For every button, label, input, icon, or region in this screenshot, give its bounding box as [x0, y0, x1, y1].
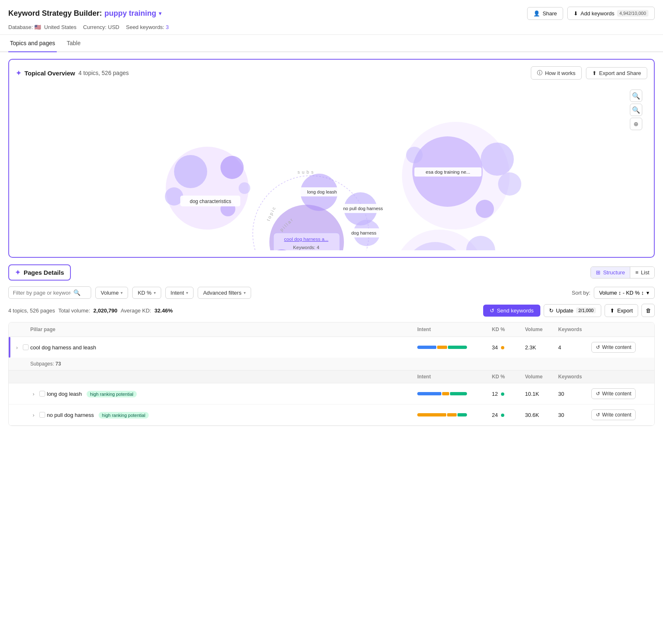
th-intent: Intent — [417, 327, 492, 332]
esa-satellite-4 — [406, 147, 423, 163]
topical-overview-header: ✦ Topical Overview 4 topics, 526 pages ⓘ… — [16, 66, 647, 80]
expand-icon[interactable]: › — [30, 412, 37, 418]
zoom-out-button[interactable]: 🔍 — [630, 104, 642, 116]
intent-cell — [417, 346, 492, 349]
title-chevron-icon[interactable]: ▾ — [159, 10, 162, 17]
intent-seg-blue — [417, 392, 441, 395]
volume-cell: 2.3K — [525, 344, 558, 351]
pillar-indicator — [9, 337, 10, 358]
topical-overview-card: ✦ Topical Overview 4 topics, 526 pages ⓘ… — [8, 59, 655, 258]
kd-cell: 34 — [492, 344, 525, 351]
esa-satellite-2 — [498, 172, 521, 196]
search-input[interactable] — [13, 290, 71, 296]
sub-kd-cell: 12 — [492, 391, 525, 397]
table-row: › cool dog harness and leash 34 2.3K 4 — [9, 337, 654, 358]
advanced-filters-button[interactable]: Advanced filters ▾ — [198, 287, 251, 299]
send-keywords-button[interactable]: ↺ Send keywords — [483, 305, 540, 317]
pages-details-title: ✦ Pages Details — [8, 264, 71, 281]
page-header: Keyword Strategy Builder: puppy training… — [0, 0, 663, 35]
pages-sparkle-icon: ✦ — [15, 269, 20, 276]
title-keyword: puppy training — [104, 9, 156, 18]
summary-volume-label: Total volume: — [58, 307, 90, 314]
esa-satellite-1 — [481, 143, 514, 176]
sub-row-no-pull: › no pull dog harness high ranking poten… — [9, 404, 654, 426]
long-dog-leash-label: long dog leash — [307, 189, 337, 194]
structure-view-button[interactable]: ⊞ Structure — [591, 267, 630, 278]
fit-button[interactable]: ⊕ — [630, 118, 642, 130]
topical-overview-actions: ⓘ How it works ⬆ Export and Share — [531, 66, 647, 80]
title-prefix: Keyword Strategy Builder: — [8, 9, 102, 18]
no-pull-label: no pull dog harness — [343, 206, 383, 211]
high-ranking-tag: high ranking potential — [87, 391, 137, 397]
bubble-1e — [239, 182, 250, 194]
summary-topics: 4 topics, 526 pages — [8, 307, 55, 314]
zoom-in-icon: 🔍 — [632, 92, 640, 100]
filter-row: 🔍 Volume ▾ KD % ▾ Intent ▾ Advanced filt… — [8, 286, 655, 299]
topical-overview-subtitle: 4 topics, 526 pages — [78, 70, 128, 76]
tab-table[interactable]: Table — [65, 35, 82, 52]
dog-char-label: dog characteristics — [190, 199, 231, 204]
intent-seg-green — [450, 392, 467, 395]
download-icon: ⬇ — [573, 10, 578, 17]
sub-volume-cell: 30.6K — [525, 412, 558, 418]
intent-seg-green — [448, 346, 467, 349]
sub-action-cell: ↺ Write content — [591, 409, 649, 420]
kd-dot — [501, 346, 504, 349]
how-it-works-button[interactable]: ⓘ How it works — [531, 66, 582, 80]
bubble-chart: 🔍 🔍 ⊕ dog characteristics — [16, 85, 647, 250]
sub-intent-cell — [417, 413, 492, 416]
volume-filter-button[interactable]: Volume ▾ — [95, 287, 128, 299]
subs-annotation: s u b s — [298, 169, 314, 174]
expand-icon[interactable]: › — [30, 390, 37, 397]
seed-keywords-value[interactable]: 3 — [166, 24, 169, 30]
currency-label: Currency: USD — [83, 24, 119, 30]
tab-topics-pages[interactable]: Topics and pages — [8, 35, 57, 52]
add-keywords-button[interactable]: ⬇ Add keywords 4,942/10,000 — [567, 7, 655, 20]
intent-seg-yellow — [417, 413, 446, 416]
trash-icon: 🗑 — [646, 307, 651, 314]
export-share-button[interactable]: ⬆ Export and Share — [586, 67, 647, 79]
zoom-out-icon: 🔍 — [632, 106, 640, 114]
cool-dog-harness-label: cool dog harness a... — [284, 237, 329, 242]
sub-intent-cell — [417, 392, 492, 395]
esa-label: esa dog training ne... — [426, 169, 470, 174]
search-box[interactable]: 🔍 — [8, 286, 91, 299]
sub-row-name: no pull dog harness high ranking potenti… — [47, 412, 417, 418]
write-content-button[interactable]: ↺ Write content — [591, 388, 636, 399]
intent-seg-yellow — [442, 392, 449, 395]
high-ranking-tag: high ranking potential — [99, 412, 149, 419]
row-checkbox[interactable] — [23, 344, 29, 350]
summary-kd-value: 32.46% — [155, 307, 173, 314]
th-pillar-page: Pillar page — [30, 327, 417, 332]
database-label: Database: 🇺🇸 United States — [8, 24, 77, 30]
expand-icon[interactable]: › — [14, 344, 20, 351]
trash-button[interactable]: 🗑 — [641, 304, 655, 317]
write-content-button[interactable]: ↺ Write content — [591, 342, 636, 353]
chevron-down-icon: ▾ — [646, 290, 649, 296]
write-content-button[interactable]: ↺ Write content — [591, 409, 636, 420]
list-view-button[interactable]: ≡ List — [630, 267, 654, 278]
intent-filter-button[interactable]: Intent ▾ — [165, 287, 194, 299]
row-checkbox[interactable] — [39, 412, 45, 418]
table-header-row: Pillar page Intent KD % Volume Keywords — [9, 322, 654, 337]
sub-th-intent: Intent — [417, 374, 492, 380]
export-button[interactable]: ⬆ Export — [605, 304, 638, 317]
kd-filter-button[interactable]: KD % ▾ — [132, 287, 161, 299]
topic-annotation: t o p i c — [266, 206, 276, 222]
row-checkbox[interactable] — [39, 391, 45, 397]
kd-dot — [501, 414, 504, 417]
share-icon: 👤 — [533, 10, 540, 17]
kd-dot — [501, 392, 504, 396]
sort-select[interactable]: Volume ↕ - KD % ↕ ▾ — [594, 287, 655, 299]
bubble-svg: dog characteristics cool dog harness a..… — [16, 85, 647, 250]
summary-actions-row: 4 topics, 526 pages Total volume: 2,020,… — [8, 304, 655, 317]
pages-details-label: Pages Details — [24, 269, 64, 276]
intent-seg-green — [457, 413, 467, 416]
refresh-icon: ↻ — [549, 307, 554, 314]
th-kd: KD % — [492, 327, 525, 332]
update-button[interactable]: ↻ Update 2/1,000 — [544, 304, 602, 317]
esa-satellite-3 — [476, 200, 494, 218]
share-button[interactable]: 👤 Share — [527, 7, 563, 20]
keywords-tooltip: Keywords: 4 — [293, 245, 319, 250]
zoom-in-button[interactable]: 🔍 — [630, 90, 642, 102]
